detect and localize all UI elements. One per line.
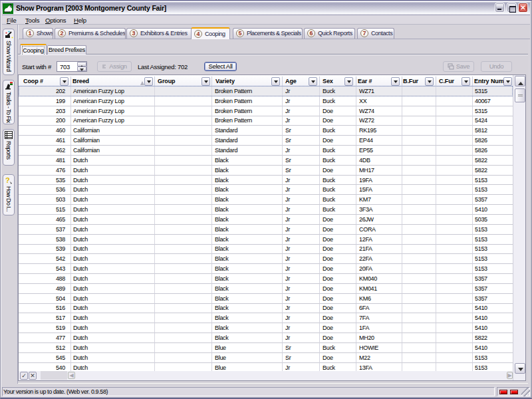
svg-text:?: ?: [5, 176, 10, 184]
